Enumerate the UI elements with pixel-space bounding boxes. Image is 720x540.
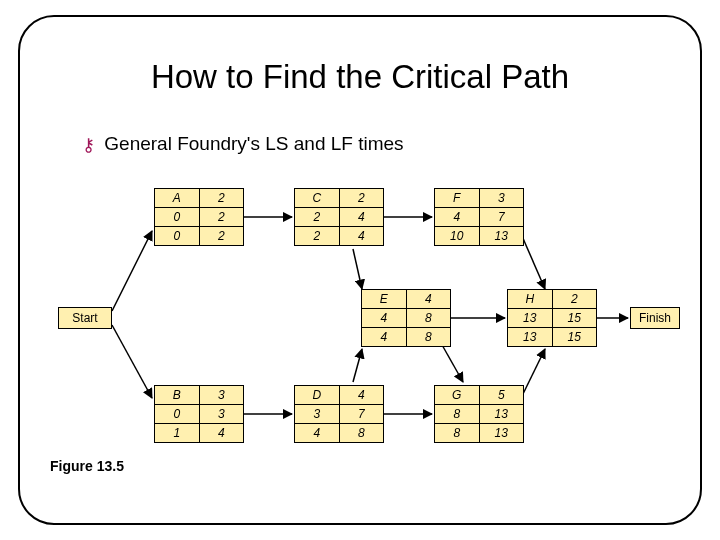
activity-lf: 2 [199, 227, 244, 246]
activity-es: 13 [508, 309, 553, 328]
activity-lf: 4 [339, 227, 384, 246]
activity-ef: 7 [479, 208, 524, 227]
activity-name: C [295, 189, 340, 208]
slide-frame: How to Find the Critical Path ⚷ General … [0, 0, 720, 540]
activity-name: D [295, 386, 340, 405]
activity-es: 2 [295, 208, 340, 227]
activity-ef: 2 [199, 208, 244, 227]
page-title: How to Find the Critical Path [0, 58, 720, 96]
activity-ls: 8 [435, 424, 480, 443]
activity-dur: 2 [199, 189, 244, 208]
activity-box-H: H2 1315 1315 [507, 289, 597, 347]
subtitle-line: ⚷ General Foundry's LS and LF times [82, 133, 404, 156]
activity-dur: 2 [552, 290, 597, 309]
activity-es: 0 [155, 208, 200, 227]
activity-box-D: D4 37 48 [294, 385, 384, 443]
activity-box-A: A2 02 02 [154, 188, 244, 246]
activity-ef: 4 [339, 208, 384, 227]
activity-box-G: G5 813 813 [434, 385, 524, 443]
activity-ef: 7 [339, 405, 384, 424]
activity-dur: 4 [339, 386, 384, 405]
activity-name: F [435, 189, 480, 208]
activity-es: 3 [295, 405, 340, 424]
subtitle-text: General Foundry's LS and LF times [104, 133, 403, 154]
activity-name: G [435, 386, 480, 405]
activity-lf: 13 [479, 424, 524, 443]
activity-name: B [155, 386, 200, 405]
activity-lf: 4 [199, 424, 244, 443]
finish-node: Finish [630, 307, 680, 329]
start-node: Start [58, 307, 112, 329]
activity-ls: 4 [295, 424, 340, 443]
bullet-icon: ⚷ [82, 135, 95, 155]
activity-es: 4 [362, 309, 407, 328]
activity-name: A [155, 189, 200, 208]
activity-ls: 4 [362, 328, 407, 347]
activity-ef: 13 [479, 405, 524, 424]
activity-ls: 2 [295, 227, 340, 246]
activity-box-E: E4 48 48 [361, 289, 451, 347]
activity-ef: 15 [552, 309, 597, 328]
activity-ef: 3 [199, 405, 244, 424]
activity-es: 0 [155, 405, 200, 424]
activity-ls: 1 [155, 424, 200, 443]
activity-lf: 13 [479, 227, 524, 246]
activity-ls: 0 [155, 227, 200, 246]
activity-es: 4 [435, 208, 480, 227]
activity-ef: 8 [406, 309, 451, 328]
activity-box-F: F3 47 1013 [434, 188, 524, 246]
activity-box-B: B3 03 14 [154, 385, 244, 443]
activity-name: H [508, 290, 553, 309]
activity-dur: 3 [199, 386, 244, 405]
activity-ls: 13 [508, 328, 553, 347]
activity-lf: 8 [339, 424, 384, 443]
activity-dur: 4 [406, 290, 451, 309]
activity-es: 8 [435, 405, 480, 424]
activity-name: E [362, 290, 407, 309]
activity-lf: 8 [406, 328, 451, 347]
activity-dur: 5 [479, 386, 524, 405]
activity-lf: 15 [552, 328, 597, 347]
activity-box-C: C2 24 24 [294, 188, 384, 246]
activity-dur: 3 [479, 189, 524, 208]
activity-dur: 2 [339, 189, 384, 208]
activity-ls: 10 [435, 227, 480, 246]
figure-caption: Figure 13.5 [50, 458, 124, 474]
